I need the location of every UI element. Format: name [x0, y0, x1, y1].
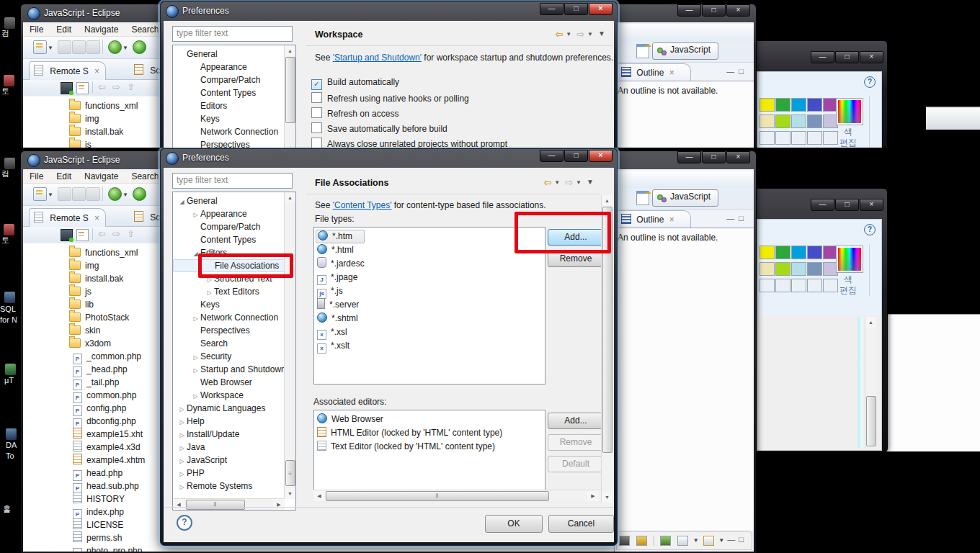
content-types-link[interactable]: 'Content Types' — [333, 200, 392, 210]
desktop-icon-label[interactable]: 훌 — [3, 504, 11, 515]
close-button[interactable]: × — [589, 150, 612, 162]
tree-expander-icon[interactable]: ▷ — [177, 403, 187, 415]
menu-navigate[interactable]: Navigate — [78, 171, 125, 182]
color-swatch[interactable] — [791, 262, 806, 276]
dialog-titlebar[interactable]: Preferences — □ × — [161, 149, 617, 167]
default-editor-button[interactable]: Default — [548, 456, 604, 472]
color-swatch[interactable] — [760, 262, 775, 276]
pref-tree-item[interactable]: Appearance — [173, 60, 295, 73]
pref-tree-item[interactable]: Network Connection — [173, 125, 295, 138]
color-swatch[interactable] — [807, 246, 822, 259]
pref-tree-item[interactable]: Web Browser — [173, 376, 295, 389]
view-minmax-buttons[interactable]: —□ — [726, 214, 748, 222]
file-type-item[interactable]: js*.js — [314, 284, 545, 298]
tree-expander-icon[interactable]: ▷ — [177, 455, 187, 467]
scrollbar-thumb[interactable]: ≡ — [285, 460, 295, 486]
file-type-item[interactable]: x*.xsl — [314, 325, 545, 339]
up-icon[interactable]: ⇧ — [127, 228, 135, 239]
print-icon[interactable] — [86, 40, 100, 54]
scroll-down-icon[interactable]: ▼ — [285, 488, 295, 499]
debug-icon[interactable] — [108, 40, 122, 54]
close-button[interactable]: × — [726, 151, 750, 163]
back-icon[interactable]: ⇦ — [544, 177, 552, 188]
desktop-icon[interactable] — [4, 292, 15, 303]
export-icon[interactable] — [76, 82, 89, 94]
debug-icon[interactable] — [108, 187, 122, 201]
print-icon[interactable] — [86, 187, 100, 201]
scroll-left-icon[interactable]: ◀ — [173, 499, 184, 510]
pref-tree-item[interactable]: ▷Security — [173, 350, 295, 363]
file-type-item[interactable]: J*.jpage — [314, 271, 545, 284]
scrollbar-vertical[interactable]: ▲ — [865, 317, 876, 448]
scroll-down-icon[interactable]: ▼ — [602, 492, 612, 503]
pref-tree-item[interactable]: ▷JavaScript — [173, 454, 295, 467]
scrollbar-thumb[interactable] — [866, 396, 876, 446]
color-swatch[interactable] — [775, 246, 790, 259]
dropdown-icon[interactable]: ▼ — [587, 31, 593, 37]
checkbox-checked[interactable]: ✓ — [311, 79, 322, 90]
file-type-item[interactable]: x*.xslt — [314, 339, 545, 353]
color-swatch[interactable] — [823, 98, 838, 112]
color-swatch[interactable] — [760, 279, 775, 292]
tab-close-icon[interactable]: × — [669, 215, 674, 225]
pref-tree-item[interactable]: ▷Java — [173, 441, 295, 454]
color-swatch[interactable] — [775, 114, 790, 128]
help-icon[interactable]: ? — [177, 515, 192, 531]
pref-tree-item[interactable]: Keys — [173, 298, 295, 311]
tree-expander-icon[interactable]: ▷ — [177, 416, 187, 428]
close-button[interactable]: × — [589, 3, 612, 15]
pref-tree-item[interactable]: ▷PHP — [173, 467, 295, 480]
tab-close-icon[interactable]: × — [94, 66, 99, 76]
desktop-icon[interactable] — [4, 75, 14, 86]
close-button[interactable]: × — [860, 199, 883, 211]
scroll-up-icon[interactable]: ▲ — [865, 317, 876, 328]
dropdown-icon[interactable]: ▼ — [718, 537, 724, 544]
desktop-icon-label[interactable]: 컴 — [1, 168, 9, 179]
desktop-icon[interactable] — [4, 158, 15, 169]
save-icon[interactable] — [58, 187, 71, 201]
desktop-icon[interactable] — [4, 17, 15, 29]
new-connection-icon[interactable] — [61, 82, 73, 94]
pref-tree-item[interactable]: ▷Help — [173, 415, 295, 428]
checkbox-unchecked[interactable] — [311, 138, 322, 148]
pref-tree-item[interactable]: Content Types — [173, 86, 295, 99]
new-wizard-icon[interactable] — [33, 187, 47, 201]
menu-file[interactable]: File — [23, 24, 50, 35]
filter-icon[interactable] — [619, 536, 630, 546]
menu-edit[interactable]: Edit — [50, 24, 78, 35]
javascript-perspective-button[interactable]: JavaScript — [652, 189, 718, 207]
help-icon[interactable]: ? — [864, 76, 876, 88]
desktop-icon-label[interactable]: 토 — [1, 86, 9, 96]
menu-navigate[interactable]: Navigate — [78, 24, 125, 35]
forward-icon[interactable]: ⇨ — [112, 228, 120, 239]
scrollbar-thumb[interactable]: ⦀ — [186, 500, 245, 510]
color-swatch[interactable] — [791, 246, 806, 259]
open-perspective-icon[interactable] — [636, 44, 649, 58]
file-type-item[interactable]: *.jardesc — [314, 257, 545, 271]
scroll-right-icon[interactable]: ▶ — [587, 490, 599, 501]
tree-expander-icon[interactable]: ▷ — [177, 442, 187, 454]
filter-input[interactable]: type filter text — [172, 173, 293, 189]
dropdown-icon[interactable]: ▼ — [48, 45, 53, 51]
dropdown-icon[interactable]: ▼ — [122, 45, 128, 51]
run-icon[interactable] — [133, 187, 146, 201]
monitor-icon[interactable] — [677, 536, 688, 546]
pref-tree-item[interactable]: Compare/Patch — [173, 220, 295, 233]
file-type-item[interactable]: *.shtml — [314, 312, 545, 325]
maximize-button[interactable]: □ — [835, 199, 859, 211]
desktop-icon-label[interactable]: 컴 — [1, 28, 9, 39]
color-swatch[interactable] — [775, 279, 790, 292]
save-all-icon[interactable] — [72, 187, 86, 201]
maximize-button[interactable]: □ — [702, 4, 726, 17]
color-swatch[interactable] — [775, 131, 790, 145]
close-button[interactable]: × — [860, 51, 883, 63]
pref-tree-item[interactable]: Content Types — [173, 233, 295, 246]
pref-tree-item[interactable]: ▷Dynamic Languages — [173, 402, 295, 415]
color-swatch[interactable] — [760, 131, 775, 145]
desktop-icon-label[interactable]: 토 — [1, 235, 9, 246]
javascript-perspective-button[interactable]: JavaScript — [652, 42, 718, 60]
view-menu-icon[interactable]: ▼ — [598, 30, 605, 37]
tab-remote-systems[interactable]: Remote S × — [29, 208, 106, 229]
scroll-up-icon[interactable]: ▲ — [602, 195, 612, 206]
pref-tree-item[interactable]: Keys — [173, 112, 295, 125]
